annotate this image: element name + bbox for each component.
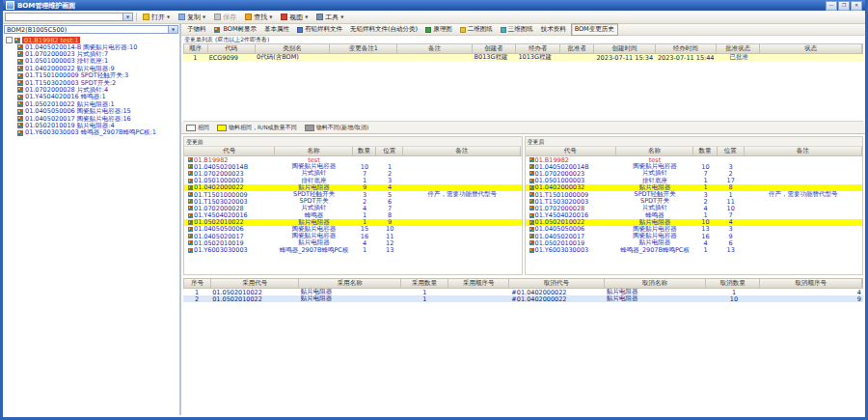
tree-item[interactable]: 01.0501000003 排针底座:1 — [3, 58, 179, 65]
chevron-down-icon[interactable]: ▼ — [168, 26, 177, 33]
column-header[interactable]: 代号 — [526, 147, 616, 155]
panel-row[interactable]: 01.Y6003030003蜂鸣器_2907B蜂鸣PC板113 — [526, 246, 863, 253]
view-icon — [281, 14, 287, 20]
tree-item[interactable]: 01.Y6003030003 蜂鸣器_2907B蜂鸣PC板:1 — [3, 129, 179, 136]
tab-schematic[interactable]: 原理图 — [422, 24, 455, 35]
dropdown-caret-icon: ▼ — [203, 14, 205, 19]
bom-selector-combo[interactable]: BOM2(B1005C500) ▼ — [4, 25, 178, 34]
column-header[interactable]: 取消名称 — [605, 279, 706, 288]
before-panel-rows: 01.B19982test 01.0405020014B陶瓷贴片电容器101 0… — [184, 156, 522, 254]
legend-label: 相同 — [198, 124, 209, 132]
bom-part-icon — [17, 87, 23, 93]
tree-item[interactable]: 01.T1503020003 SPDT开关:2 — [3, 79, 179, 86]
column-header[interactable]: 备注 — [403, 147, 521, 155]
window-title: BOM管理维护画面 — [17, 1, 825, 11]
change-table-row[interactable]: 1ECG90990代码(含BOM) B013G程建1013G程建 2023-07… — [183, 54, 863, 61]
tree-item[interactable]: 01.0502010022 贴片电阻器:1 — [3, 101, 179, 108]
column-header[interactable]: 批准者 — [560, 44, 594, 53]
column-header[interactable]: 备注 — [745, 147, 862, 155]
column-header[interactable]: 类别名 — [256, 44, 330, 53]
tree-item[interactable]: 01.0405050006 陶瓷贴片电容器:15 — [3, 108, 179, 115]
chevron-down-icon[interactable]: ▼ — [122, 14, 132, 20]
cell: 1013G程建 — [516, 53, 560, 62]
column-header[interactable]: 创建时间 — [594, 44, 655, 53]
tree-item[interactable]: 01.0502010019 贴片电阻器:4 — [3, 123, 179, 129]
column-header[interactable]: 取消数量 — [706, 279, 760, 288]
cell-code: 01.Y6003030003 — [184, 246, 275, 254]
bom-tree: - 01.B19982 test:1 01.0405020014-B 陶瓷贴片电… — [3, 35, 179, 415]
column-header[interactable]: 采用数量 — [401, 279, 448, 288]
collapse-icon[interactable]: - — [6, 37, 13, 43]
tab-basic-props[interactable]: 基本属性 — [261, 24, 292, 35]
column-header[interactable]: 取消代号 — [509, 279, 604, 288]
column-header[interactable]: 状态 — [760, 44, 861, 53]
minimize-button[interactable]: — — [826, 1, 837, 11]
column-header[interactable]: 经办者 — [516, 44, 560, 53]
column-header[interactable]: 名称 — [616, 147, 693, 155]
column-header[interactable]: 代号 — [184, 147, 275, 155]
dropdown-caret-icon: ▼ — [305, 14, 308, 19]
panel-row[interactable]: 01.Y6003030003蜂鸣器_2907B蜂鸣PC板113 — [184, 246, 522, 253]
column-header[interactable]: 备注 — [397, 44, 472, 53]
before-panel-title: 变更前 — [184, 137, 522, 147]
legend-label: 物料相同，R/N或数量不同 — [229, 124, 297, 132]
copy-button[interactable]: 复制▼ — [176, 12, 208, 23]
tree-item-label: 01.Y6003030003 蜂鸣器_2907B蜂鸣PC板:1 — [25, 129, 156, 136]
bom-part-icon — [17, 95, 23, 100]
column-header[interactable]: 创建者 — [473, 44, 517, 53]
tab-bom-tree[interactable]: BOM树显示 — [211, 24, 260, 35]
cell — [761, 54, 863, 62]
column-header[interactable]: 采用名称 — [299, 279, 400, 288]
column-header[interactable]: 数量 — [693, 147, 717, 155]
tree-item[interactable]: 01.0702000023 片式插针:7 — [3, 51, 179, 58]
tree-item[interactable]: 01.0402000022 贴片电阻器:9 — [3, 66, 179, 72]
tab-label: 原理图 — [433, 25, 452, 34]
tab-bom-change-history[interactable]: BOM变更历史 — [571, 23, 618, 36]
column-header[interactable]: 序号 — [184, 279, 211, 288]
cell — [745, 246, 862, 254]
column-header[interactable]: 顺序 — [184, 44, 208, 53]
column-header[interactable]: 取消顺序号 — [760, 279, 861, 288]
dropdown-caret-icon: ▼ — [167, 14, 170, 19]
open-button[interactable]: 打开▼ — [140, 12, 173, 23]
tree-root-item[interactable]: - 01.B19982 test:1 — [3, 37, 179, 43]
view-button[interactable]: 视图▼ — [278, 12, 311, 23]
column-header[interactable]: 批准状态 — [717, 44, 761, 53]
tab-leaded-file[interactable]: 有铅焊料文件 — [294, 24, 345, 35]
toolbar-buttons: 打开▼复制▼保存查找▼视图▼工具▼ — [140, 12, 346, 23]
column-header[interactable]: 位置 — [376, 147, 403, 155]
cell — [403, 246, 521, 254]
tree-item[interactable]: 01.Y4504020016 蜂鸣器:1 — [3, 94, 179, 100]
tree-item[interactable]: 01.0702000028 片式插针:4 — [3, 87, 179, 94]
maximize-button[interactable]: ❐ — [838, 1, 850, 11]
legend-swatch — [305, 125, 314, 131]
tab-sub-material[interactable]: 子物料 — [184, 24, 209, 35]
column-header[interactable]: 名称 — [275, 147, 352, 155]
column-header[interactable]: 数量 — [353, 147, 376, 155]
bom-part-icon — [17, 109, 23, 115]
bom-part-icon — [529, 220, 534, 225]
close-button[interactable]: ✕ — [851, 1, 862, 11]
copy-button-label: 复制 — [187, 13, 201, 22]
tab-drawing-2d[interactable]: 二维图纸 — [457, 24, 496, 35]
tree-item[interactable]: 01.0405020014-B 陶瓷贴片电容器:10 — [3, 43, 179, 50]
bom-part-icon — [188, 248, 193, 253]
column-header[interactable]: 代码 — [208, 44, 256, 53]
find-button[interactable]: 查找▼ — [242, 12, 275, 23]
column-header[interactable]: 经办时间 — [656, 44, 717, 53]
tab-leadfree-file[interactable]: 无铅焊料文件(自动分类) — [347, 24, 420, 35]
tree-item[interactable]: 01.T1501000009 SPDT轻触开关:3 — [3, 72, 179, 79]
toolbar-combo[interactable]: ▼ — [5, 13, 133, 21]
bom-part-icon — [188, 234, 193, 238]
column-header[interactable]: 位置 — [718, 147, 745, 155]
tree-item[interactable]: 01.0405020017 陶瓷贴片电容器:16 — [3, 115, 179, 122]
column-header[interactable]: 采用代号 — [211, 279, 299, 288]
table-row[interactable]: 201.0502010022贴片电阻器1 #01.0402000022贴片电阻器… — [183, 295, 863, 302]
column-header[interactable]: 采用顺序号 — [448, 279, 509, 288]
after-panel-rows: 01.B19982test 01.0405020014B陶瓷贴片电容器103 0… — [526, 156, 863, 254]
column-header[interactable]: 变更备注1 — [330, 44, 397, 53]
tab-tech-docs[interactable]: 技术资料 — [538, 24, 569, 35]
tools-button[interactable]: 工具▼ — [313, 12, 346, 23]
tab-label: BOM变更历史 — [575, 25, 614, 34]
tab-drawing-3d[interactable]: 三维图纸 — [498, 24, 536, 35]
